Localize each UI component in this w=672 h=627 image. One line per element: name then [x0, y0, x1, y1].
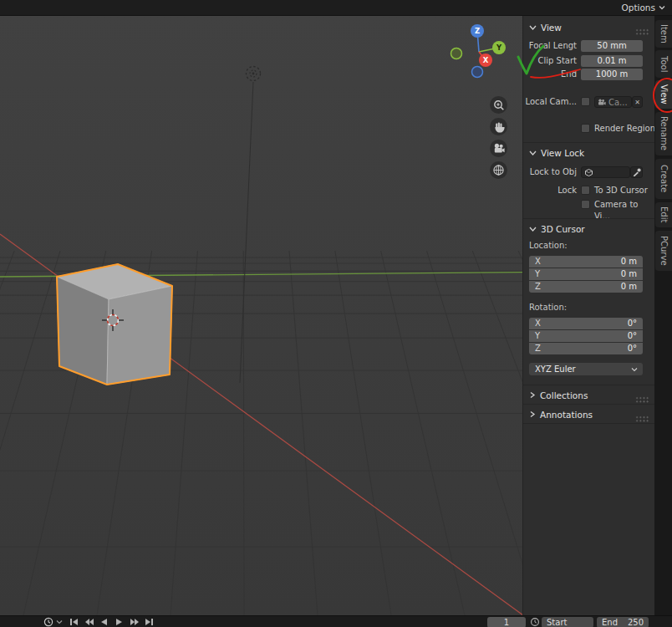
jump-to-end-button[interactable]	[144, 617, 155, 627]
cursor-rotation-y-field[interactable]: Y 0°	[529, 330, 643, 342]
tab-label: Edit	[659, 206, 669, 222]
tab-label: Tool	[659, 56, 669, 72]
cube-right-face	[107, 286, 172, 385]
pan-button[interactable]	[490, 118, 507, 135]
local-camera-picker[interactable]: Ca...	[594, 96, 632, 108]
zoom-icon	[492, 99, 505, 111]
hand-icon	[492, 120, 505, 133]
panel-grip-handle[interactable]	[635, 396, 649, 403]
y-axis-label: Y	[496, 43, 502, 52]
clip-end-field[interactable]: 1000 m	[581, 69, 643, 80]
local-camera-row: Local Cam... Ca... ✕	[523, 96, 655, 108]
clip-start-field[interactable]: 0.01 m	[581, 55, 643, 67]
panel-grip-handle[interactable]	[635, 28, 649, 35]
axis-label: X	[535, 318, 541, 329]
z-neg-axis-ball[interactable]	[472, 67, 483, 78]
panel-header-collections[interactable]: Collections	[523, 388, 655, 402]
lock-object-picker[interactable]	[581, 166, 630, 178]
axis-value: 0 m	[621, 268, 637, 280]
jump-to-start-button[interactable]	[69, 617, 80, 627]
tab-rename[interactable]: Rename	[655, 112, 672, 155]
navigation-gizmo[interactable]: Z Y X	[451, 24, 507, 78]
cursor-location-z-field[interactable]: Z 0 m	[529, 281, 643, 293]
panel-expand-icon	[529, 226, 537, 232]
to-3d-cursor-label: To 3D Cursor	[594, 185, 648, 196]
panel-separator	[523, 423, 655, 424]
axis-label: Y	[535, 268, 540, 280]
lock-label: Lock	[523, 185, 577, 196]
panel-title: Annotations	[540, 410, 593, 420]
tab-view[interactable]: View	[655, 80, 672, 109]
rotation-mode-dropdown[interactable]: XYZ Euler	[529, 363, 643, 375]
camera-view-button[interactable]	[490, 140, 507, 157]
next-keyframe-button[interactable]	[129, 617, 140, 627]
editor-type-clock-icon[interactable]	[43, 617, 65, 627]
local-camera-label: Local Cam...	[523, 96, 577, 108]
cursor-location-y-field[interactable]: Y 0 m	[529, 268, 643, 280]
light-object[interactable]	[240, 67, 261, 384]
camera-to-view-checkbox[interactable]	[581, 200, 590, 209]
panel-title: Collections	[540, 390, 588, 400]
cube-object[interactable]	[57, 264, 172, 385]
panel-expand-icon	[529, 150, 537, 156]
frame-end-field[interactable]: End 250	[597, 617, 649, 627]
current-frame-field[interactable]: 1	[487, 617, 526, 627]
focal-length-field[interactable]: 50 mm	[581, 40, 643, 52]
options-label: Options	[621, 3, 655, 13]
axis-value: 0 m	[621, 281, 637, 293]
axis-value: 0°	[628, 330, 637, 342]
clip-end-row: End 1000 m	[523, 69, 655, 80]
frame-start-field[interactable]: Start	[542, 617, 593, 627]
clip-start-label: Clip Start	[523, 55, 577, 67]
tab-label: Rename	[659, 116, 669, 150]
panel-title: View	[541, 23, 562, 33]
camera-to-view-row: Camera to Vi...	[523, 199, 655, 211]
options-button[interactable]: Options	[619, 1, 667, 14]
frame-end-value: 250	[628, 617, 644, 627]
sidebar-tab-strip: Item Tool View Rename Create Edit PCurve	[654, 15, 672, 615]
panel-header-annotations[interactable]: Annotations	[523, 407, 655, 421]
render-region-label: Render Region	[594, 123, 655, 135]
tab-create[interactable]: Create	[655, 159, 672, 199]
eyedropper-button[interactable]	[630, 166, 643, 178]
axis-label: Z	[535, 343, 541, 354]
tab-pcurve[interactable]: PCurve	[655, 231, 672, 271]
camera-icon	[492, 142, 505, 155]
panel-separator	[523, 385, 655, 385]
zoom-button[interactable]	[490, 96, 507, 114]
tab-edit[interactable]: Edit	[655, 202, 672, 227]
panel-grip-handle[interactable]	[635, 415, 649, 422]
play-button[interactable]	[114, 617, 125, 627]
z-axis-label: Z	[475, 27, 480, 35]
local-camera-clear-button[interactable]: ✕	[632, 96, 643, 108]
panel-header-3d-cursor[interactable]: 3D Cursor	[523, 222, 655, 236]
panel-separator	[523, 218, 655, 219]
chevron-down-icon	[659, 5, 665, 10]
cursor-location-x-field[interactable]: X 0 m	[529, 256, 643, 268]
to-3d-cursor-checkbox[interactable]	[581, 186, 590, 195]
focal-length-label: Focal Lengt	[523, 40, 577, 52]
rotation-label: Rotation:	[529, 303, 567, 313]
lock-to-cursor-row: Lock To 3D Cursor	[523, 185, 655, 196]
panel-header-view[interactable]: View	[523, 20, 655, 34]
timeline-bar: 1 Start End 250	[0, 615, 672, 627]
perspective-toggle-button[interactable]	[490, 161, 507, 179]
panel-header-view-lock[interactable]: View Lock	[523, 145, 655, 160]
local-camera-checkbox[interactable]	[581, 97, 590, 106]
light-center-dot	[252, 73, 255, 75]
axis-value: 0 m	[621, 256, 637, 268]
tab-item[interactable]: Item	[655, 20, 672, 48]
tab-tool[interactable]: Tool	[655, 50, 672, 78]
clock-small-icon	[530, 617, 540, 627]
panel-title: View Lock	[541, 148, 584, 158]
panel-separator	[523, 404, 655, 405]
grid-sphere-icon	[492, 164, 505, 176]
cursor-rotation-z-field[interactable]: Z 0°	[529, 343, 643, 354]
render-region-checkbox[interactable]	[581, 124, 590, 133]
cursor-rotation-x-field[interactable]: X 0°	[529, 318, 643, 329]
play-reverse-button[interactable]	[99, 617, 110, 627]
axis-value: 0°	[628, 343, 637, 354]
prev-keyframe-button[interactable]	[84, 617, 95, 627]
sidebar-n-panel: View Focal Lengt 50 mm Clip Start 0.01 m…	[522, 15, 655, 615]
y-neg-axis-ball[interactable]	[451, 48, 462, 59]
